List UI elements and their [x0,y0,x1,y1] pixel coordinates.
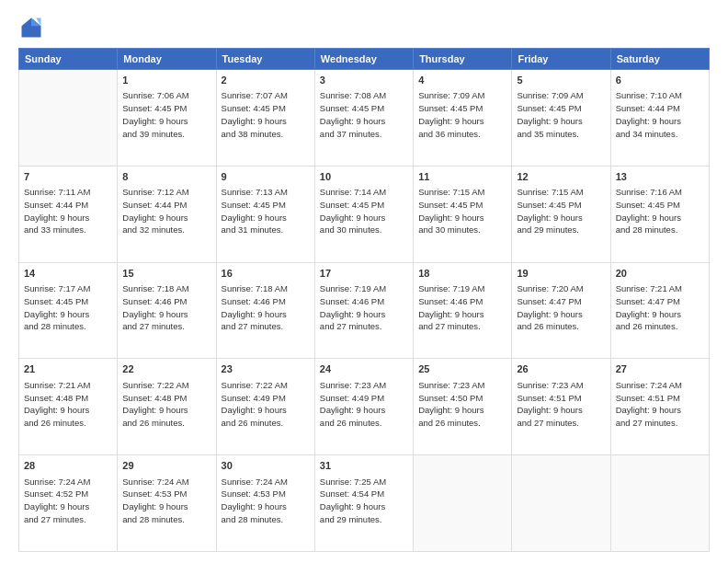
day-number: 5 [517,74,605,87]
day-number: 19 [517,267,605,281]
day-number: 27 [616,362,704,376]
day-number: 17 [320,267,408,281]
logo-icon [18,15,44,40]
day-number: 24 [320,362,408,376]
calendar-cell: 30Sunrise: 7:24 AMSunset: 4:53 PMDayligh… [216,455,314,552]
day-info: Sunrise: 7:07 AMSunset: 4:45 PMDaylight:… [222,89,310,140]
calendar-cell: 17Sunrise: 7:19 AMSunset: 4:46 PMDayligh… [314,262,413,359]
day-info: Sunrise: 7:08 AMSunset: 4:45 PMDaylight:… [320,89,408,140]
day-number: 22 [122,362,210,376]
day-info: Sunrise: 7:15 AMSunset: 4:45 PMDaylight:… [517,186,605,236]
day-number: 11 [418,170,506,184]
day-info: Sunrise: 7:19 AMSunset: 4:46 PMDaylight:… [320,282,408,333]
day-number: 29 [122,459,210,473]
day-info: Sunrise: 7:13 AMSunset: 4:45 PMDaylight:… [222,186,310,236]
day-info: Sunrise: 7:18 AMSunset: 4:46 PMDaylight:… [122,282,210,333]
day-number: 9 [222,170,310,184]
day-info: Sunrise: 7:06 AMSunset: 4:45 PMDaylight:… [122,89,210,140]
calendar-cell: 14Sunrise: 7:17 AMSunset: 4:45 PMDayligh… [19,262,118,359]
day-info: Sunrise: 7:20 AMSunset: 4:47 PMDaylight:… [517,282,605,333]
col-header-sunday: Sunday [19,49,118,70]
logo [18,15,48,40]
day-number: 7 [24,170,112,184]
day-number: 13 [616,170,704,184]
week-row-1: 1Sunrise: 7:06 AMSunset: 4:45 PMDaylight… [19,70,710,167]
col-header-tuesday: Tuesday [216,49,314,70]
calendar-cell: 13Sunrise: 7:16 AMSunset: 4:45 PMDayligh… [610,166,709,262]
calendar-cell: 29Sunrise: 7:24 AMSunset: 4:53 PMDayligh… [118,455,216,552]
calendar-cell: 9Sunrise: 7:13 AMSunset: 4:45 PMDaylight… [216,166,314,262]
col-header-thursday: Thursday [414,49,512,70]
calendar-cell: 21Sunrise: 7:21 AMSunset: 4:48 PMDayligh… [19,359,118,455]
day-info: Sunrise: 7:17 AMSunset: 4:45 PMDaylight:… [24,282,112,333]
day-info: Sunrise: 7:18 AMSunset: 4:46 PMDaylight:… [222,282,310,333]
day-info: Sunrise: 7:19 AMSunset: 4:46 PMDaylight:… [418,282,506,333]
calendar-cell: 27Sunrise: 7:24 AMSunset: 4:51 PMDayligh… [610,359,709,455]
calendar-cell: 4Sunrise: 7:09 AMSunset: 4:45 PMDaylight… [414,70,512,167]
calendar-cell: 31Sunrise: 7:25 AMSunset: 4:54 PMDayligh… [314,455,413,552]
calendar-cell [512,455,610,552]
day-number: 20 [616,267,704,281]
calendar-cell [610,455,709,552]
calendar-cell: 22Sunrise: 7:22 AMSunset: 4:48 PMDayligh… [118,359,216,455]
calendar-cell: 12Sunrise: 7:15 AMSunset: 4:45 PMDayligh… [512,166,610,262]
day-info: Sunrise: 7:12 AMSunset: 4:44 PMDaylight:… [122,186,210,236]
day-info: Sunrise: 7:16 AMSunset: 4:45 PMDaylight:… [616,186,704,236]
day-info: Sunrise: 7:14 AMSunset: 4:45 PMDaylight:… [320,186,408,236]
day-info: Sunrise: 7:24 AMSunset: 4:53 PMDaylight:… [222,476,310,526]
calendar-cell: 6Sunrise: 7:10 AMSunset: 4:44 PMDaylight… [610,70,709,167]
calendar-cell: 10Sunrise: 7:14 AMSunset: 4:45 PMDayligh… [314,166,413,262]
day-number: 15 [122,267,210,281]
day-info: Sunrise: 7:24 AMSunset: 4:52 PMDaylight:… [24,476,112,526]
calendar-cell: 7Sunrise: 7:11 AMSunset: 4:44 PMDaylight… [19,166,118,262]
day-number: 26 [517,362,605,376]
day-info: Sunrise: 7:23 AMSunset: 4:50 PMDaylight:… [418,379,506,430]
day-info: Sunrise: 7:22 AMSunset: 4:49 PMDaylight:… [222,379,310,430]
col-header-wednesday: Wednesday [314,49,413,70]
day-number: 14 [24,267,112,281]
day-info: Sunrise: 7:25 AMSunset: 4:54 PMDaylight:… [320,476,408,526]
day-info: Sunrise: 7:22 AMSunset: 4:48 PMDaylight:… [122,379,210,430]
calendar-cell: 16Sunrise: 7:18 AMSunset: 4:46 PMDayligh… [216,262,314,359]
calendar-cell: 19Sunrise: 7:20 AMSunset: 4:47 PMDayligh… [512,262,610,359]
day-info: Sunrise: 7:23 AMSunset: 4:51 PMDaylight:… [517,379,605,430]
day-info: Sunrise: 7:11 AMSunset: 4:44 PMDaylight:… [24,186,112,236]
col-header-saturday: Saturday [610,49,709,70]
week-row-4: 21Sunrise: 7:21 AMSunset: 4:48 PMDayligh… [19,359,710,455]
calendar-cell: 2Sunrise: 7:07 AMSunset: 4:45 PMDaylight… [216,70,314,167]
day-number: 21 [24,362,112,376]
calendar-cell: 24Sunrise: 7:23 AMSunset: 4:49 PMDayligh… [314,359,413,455]
day-number: 31 [320,459,408,473]
header-row: SundayMondayTuesdayWednesdayThursdayFrid… [19,49,710,70]
calendar-cell [414,455,512,552]
calendar-cell: 18Sunrise: 7:19 AMSunset: 4:46 PMDayligh… [414,262,512,359]
col-header-friday: Friday [512,49,610,70]
day-number: 25 [418,362,506,376]
calendar-cell: 5Sunrise: 7:09 AMSunset: 4:45 PMDaylight… [512,70,610,167]
day-info: Sunrise: 7:21 AMSunset: 4:48 PMDaylight:… [24,379,112,430]
page: SundayMondayTuesdayWednesdayThursdayFrid… [0,0,728,563]
day-number: 6 [616,74,704,87]
day-info: Sunrise: 7:21 AMSunset: 4:47 PMDaylight:… [616,282,704,333]
calendar-cell: 8Sunrise: 7:12 AMSunset: 4:44 PMDaylight… [118,166,216,262]
week-row-2: 7Sunrise: 7:11 AMSunset: 4:44 PMDaylight… [19,166,710,262]
calendar-cell: 25Sunrise: 7:23 AMSunset: 4:50 PMDayligh… [414,359,512,455]
col-header-monday: Monday [118,49,216,70]
day-number: 28 [24,459,112,473]
calendar-cell: 23Sunrise: 7:22 AMSunset: 4:49 PMDayligh… [216,359,314,455]
day-number: 4 [418,74,506,87]
calendar-cell: 26Sunrise: 7:23 AMSunset: 4:51 PMDayligh… [512,359,610,455]
day-number: 16 [222,267,310,281]
calendar-cell: 11Sunrise: 7:15 AMSunset: 4:45 PMDayligh… [414,166,512,262]
day-info: Sunrise: 7:09 AMSunset: 4:45 PMDaylight:… [418,89,506,140]
day-info: Sunrise: 7:09 AMSunset: 4:45 PMDaylight:… [517,89,605,140]
calendar-cell: 1Sunrise: 7:06 AMSunset: 4:45 PMDaylight… [118,70,216,167]
calendar-cell: 15Sunrise: 7:18 AMSunset: 4:46 PMDayligh… [118,262,216,359]
calendar-table: SundayMondayTuesdayWednesdayThursdayFrid… [18,48,710,552]
day-number: 23 [222,362,310,376]
day-number: 3 [320,74,408,87]
day-number: 8 [122,170,210,184]
week-row-5: 28Sunrise: 7:24 AMSunset: 4:52 PMDayligh… [19,455,710,552]
week-row-3: 14Sunrise: 7:17 AMSunset: 4:45 PMDayligh… [19,262,710,359]
calendar-cell: 28Sunrise: 7:24 AMSunset: 4:52 PMDayligh… [19,455,118,552]
